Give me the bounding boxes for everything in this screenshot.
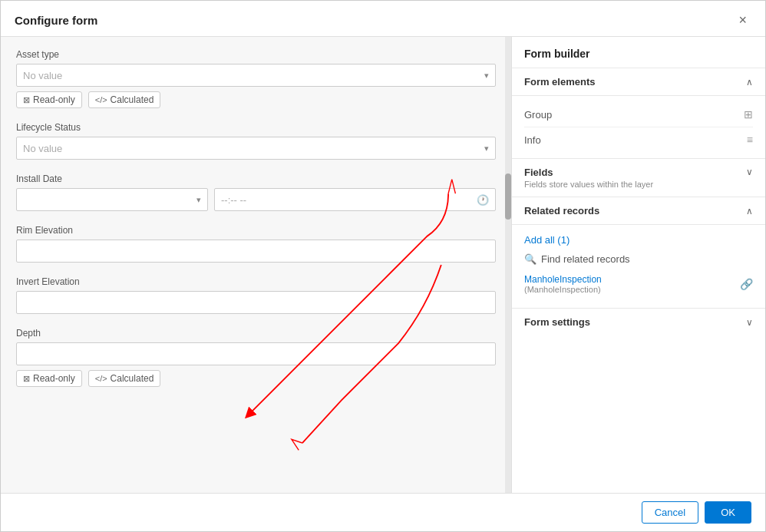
- lifecycle-status-chevron-icon: ▾: [484, 144, 489, 154]
- depth-calculated-icon: </>: [95, 374, 107, 383]
- readonly-icon: ⊠: [23, 95, 30, 105]
- calculated-icon: </>: [95, 95, 107, 104]
- form-elements-content: Group ⊞ Info ≡: [512, 96, 765, 159]
- form-elements-section-header[interactable]: Form elements ∧: [512, 68, 765, 96]
- rim-elevation-label: Rim Elevation: [16, 225, 496, 236]
- form-builder-header: Form builder: [512, 37, 765, 68]
- fields-chevron-icon: ∨: [746, 167, 753, 177]
- record-link-icon: 🔗: [740, 278, 753, 290]
- fields-title-block: Fields Fields store values within the la…: [524, 167, 653, 189]
- form-settings-chevron-icon: ∨: [746, 317, 753, 328]
- group-icon: ⊞: [744, 108, 753, 121]
- record-item-text-block: ManholeInspection (ManholeInspection): [524, 274, 602, 294]
- dialog-title: Configure form: [15, 14, 97, 27]
- depth-badges: ⊠ Read-only </> Calculated: [16, 370, 496, 387]
- right-panel: Form builder Form elements ∧ Group ⊞ Inf…: [512, 37, 765, 493]
- fields-subtitle: Fields store values within the layer: [524, 180, 653, 189]
- rim-elevation-field-group: Rim Elevation: [16, 225, 496, 263]
- related-records-chevron-icon: ∧: [746, 206, 753, 216]
- asset-type-chevron-icon: ▾: [484, 71, 489, 81]
- install-date-calendar-input[interactable]: ▾: [16, 188, 208, 211]
- configure-form-dialog: Configure form × Asset type No value ▾ ⊠…: [0, 0, 766, 532]
- fields-section: Fields Fields store values within the la…: [512, 159, 765, 197]
- invert-elevation-label: Invert Elevation: [16, 276, 496, 287]
- depth-label: Depth: [16, 328, 496, 339]
- form-elements-group-item[interactable]: Group ⊞: [524, 102, 753, 127]
- add-all-link[interactable]: Add all (1): [524, 231, 753, 249]
- install-date-time-placeholder: --:-- --: [221, 194, 246, 206]
- fields-section-header[interactable]: Fields Fields store values within the la…: [512, 159, 765, 197]
- rim-elevation-input[interactable]: [16, 240, 496, 263]
- find-records-label: Find related records: [541, 253, 630, 265]
- install-date-chevron-icon: ▾: [196, 195, 201, 205]
- depth-readonly-badge[interactable]: ⊠ Read-only: [16, 370, 82, 387]
- lifecycle-status-input[interactable]: No value ▾: [16, 137, 496, 160]
- record-item-sub: (ManholeInspection): [524, 285, 602, 294]
- install-date-time-input[interactable]: --:-- -- 🕐: [214, 188, 496, 211]
- asset-type-badges: ⊠ Read-only </> Calculated: [16, 91, 496, 108]
- manhole-inspection-record-item[interactable]: ManholeInspection (ManholeInspection) 🔗: [524, 269, 753, 299]
- form-elements-title: Form elements: [524, 76, 595, 88]
- ok-button[interactable]: OK: [705, 501, 751, 524]
- fields-title: Fields: [524, 167, 653, 178]
- depth-readonly-icon: ⊠: [23, 374, 30, 384]
- asset-type-calculated-badge[interactable]: </> Calculated: [88, 91, 161, 108]
- search-icon: 🔍: [524, 253, 537, 265]
- info-icon: ≡: [747, 134, 753, 146]
- left-panel: Asset type No value ▾ ⊠ Read-only </> Ca…: [1, 37, 512, 493]
- dialog-header: Configure form ×: [1, 1, 765, 37]
- form-elements-info-item[interactable]: Info ≡: [524, 127, 753, 152]
- install-date-clock-icon: 🕐: [477, 194, 489, 206]
- close-button[interactable]: ×: [734, 12, 751, 28]
- invert-elevation-input[interactable]: [16, 291, 496, 314]
- dialog-body: Asset type No value ▾ ⊠ Read-only </> Ca…: [1, 37, 765, 493]
- form-elements-section: Form elements ∧ Group ⊞ Info ≡: [512, 68, 765, 159]
- readonly-label: Read-only: [33, 94, 75, 105]
- lifecycle-status-placeholder: No value: [23, 143, 62, 154]
- find-records-row[interactable]: 🔍 Find related records: [524, 249, 753, 269]
- depth-readonly-label: Read-only: [33, 373, 75, 384]
- group-label: Group: [524, 109, 552, 121]
- asset-type-readonly-badge[interactable]: ⊠ Read-only: [16, 91, 82, 108]
- depth-input[interactable]: [16, 342, 496, 365]
- asset-type-field-group: Asset type No value ▾ ⊠ Read-only </> Ca…: [16, 49, 496, 108]
- depth-calculated-badge[interactable]: </> Calculated: [88, 370, 161, 387]
- record-item-name: ManholeInspection: [524, 274, 602, 285]
- install-date-label: Install Date: [16, 173, 496, 184]
- asset-type-label: Asset type: [16, 49, 496, 60]
- dialog-footer: Cancel OK: [1, 493, 765, 531]
- related-records-section: Related records ∧ Add all (1) 🔍 Find rel…: [512, 197, 765, 309]
- asset-type-input[interactable]: No value ▾: [16, 64, 496, 87]
- invert-elevation-field-group: Invert Elevation: [16, 276, 496, 314]
- asset-type-placeholder: No value: [23, 70, 62, 81]
- install-date-field-group: Install Date ▾ --:-- -- 🕐: [16, 173, 496, 211]
- cancel-button[interactable]: Cancel: [642, 501, 698, 524]
- form-settings-section-header[interactable]: Form settings ∨: [512, 309, 765, 335]
- related-records-section-header[interactable]: Related records ∧: [512, 197, 765, 225]
- lifecycle-status-label: Lifecycle Status: [16, 122, 496, 133]
- form-settings-title: Form settings: [524, 316, 590, 328]
- related-records-title: Related records: [524, 205, 599, 216]
- scrollbar-thumb[interactable]: [505, 173, 511, 220]
- scrollbar-track: [505, 37, 511, 493]
- install-date-row: ▾ --:-- -- 🕐: [16, 188, 496, 211]
- depth-field-group: Depth ⊠ Read-only </> Calculated: [16, 328, 496, 387]
- calculated-label: Calculated: [111, 94, 154, 105]
- form-elements-chevron-icon: ∧: [746, 77, 753, 88]
- related-records-content: Add all (1) 🔍 Find related records Manho…: [512, 225, 765, 308]
- form-settings-section: Form settings ∨: [512, 309, 765, 335]
- lifecycle-status-field-group: Lifecycle Status No value ▾: [16, 122, 496, 160]
- depth-calculated-label: Calculated: [111, 373, 154, 384]
- info-label: Info: [524, 134, 541, 146]
